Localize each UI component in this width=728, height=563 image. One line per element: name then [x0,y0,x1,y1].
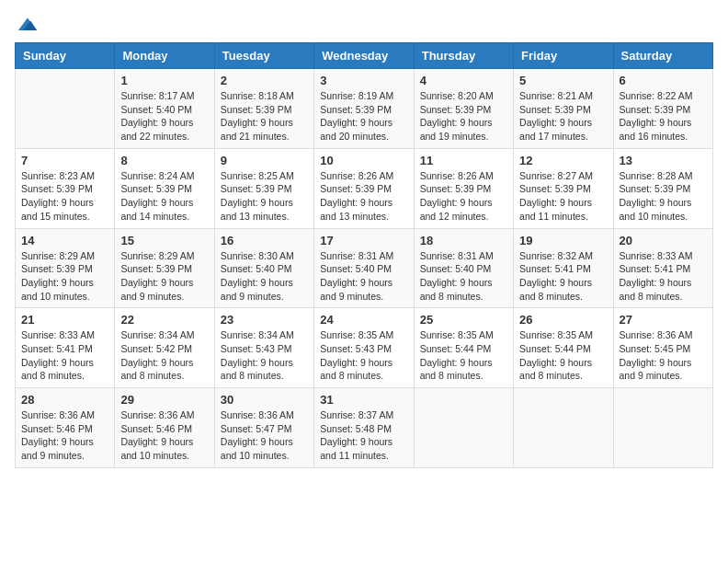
calendar-cell: 30Sunrise: 8:36 AMSunset: 5:47 PMDayligh… [214,388,313,468]
day-info: Sunrise: 8:34 AMSunset: 5:42 PMDaylight:… [120,328,208,383]
day-number: 29 [120,393,208,407]
day-number: 10 [320,154,407,167]
calendar-cell [613,388,712,468]
day-number: 23 [221,313,308,327]
day-number: 1 [120,74,208,87]
day-info: Sunrise: 8:35 AMSunset: 5:43 PMDaylight:… [320,328,407,383]
calendar-cell: 5Sunrise: 8:21 AMSunset: 5:39 PMDaylight… [514,69,613,149]
calendar-cell: 25Sunrise: 8:35 AMSunset: 5:44 PMDayligh… [414,308,513,388]
calendar-cell: 27Sunrise: 8:36 AMSunset: 5:45 PMDayligh… [613,308,712,388]
day-info: Sunrise: 8:29 AMSunset: 5:39 PMDaylight:… [120,249,208,304]
calendar-cell: 1Sunrise: 8:17 AMSunset: 5:40 PMDaylight… [115,69,214,149]
calendar-cell [16,69,115,149]
day-info: Sunrise: 8:31 AMSunset: 5:40 PMDaylight:… [320,249,407,304]
day-info: Sunrise: 8:26 AMSunset: 5:39 PMDaylight:… [320,169,407,224]
day-number: 26 [519,313,607,327]
day-number: 8 [120,154,208,167]
calendar-cell: 17Sunrise: 8:31 AMSunset: 5:40 PMDayligh… [314,228,414,308]
day-info: Sunrise: 8:36 AMSunset: 5:46 PMDaylight:… [21,408,108,463]
day-number: 2 [221,74,308,87]
calendar-cell: 3Sunrise: 8:19 AMSunset: 5:39 PMDaylight… [314,69,414,149]
day-number: 3 [320,74,407,87]
day-number: 4 [420,74,507,87]
weekday-header-friday: Friday [514,43,613,69]
calendar-cell: 21Sunrise: 8:33 AMSunset: 5:41 PMDayligh… [16,308,115,388]
calendar-cell: 28Sunrise: 8:36 AMSunset: 5:46 PMDayligh… [16,388,115,468]
day-info: Sunrise: 8:27 AMSunset: 5:39 PMDaylight:… [519,169,607,224]
day-number: 18 [420,234,507,247]
day-number: 12 [519,154,607,167]
day-info: Sunrise: 8:20 AMSunset: 5:39 PMDaylight:… [420,89,507,144]
calendar-cell: 15Sunrise: 8:29 AMSunset: 5:39 PMDayligh… [115,228,214,308]
day-info: Sunrise: 8:22 AMSunset: 5:39 PMDaylight:… [620,89,707,144]
calendar-body: 1Sunrise: 8:17 AMSunset: 5:40 PMDaylight… [16,69,713,468]
calendar: SundayMondayTuesdayWednesdayThursdayFrid… [15,42,713,468]
calendar-week-1: 1Sunrise: 8:17 AMSunset: 5:40 PMDaylight… [16,69,713,149]
day-info: Sunrise: 8:36 AMSunset: 5:46 PMDaylight:… [120,408,208,463]
day-info: Sunrise: 8:17 AMSunset: 5:40 PMDaylight:… [120,89,208,144]
day-number: 20 [620,234,707,247]
calendar-cell: 31Sunrise: 8:37 AMSunset: 5:48 PMDayligh… [314,388,414,468]
logo-icon [15,15,40,35]
day-info: Sunrise: 8:33 AMSunset: 5:41 PMDaylight:… [21,328,108,383]
day-number: 9 [221,154,308,167]
calendar-week-2: 7Sunrise: 8:23 AMSunset: 5:39 PMDaylight… [16,148,713,228]
calendar-cell: 7Sunrise: 8:23 AMSunset: 5:39 PMDaylight… [16,148,115,228]
calendar-cell: 19Sunrise: 8:32 AMSunset: 5:41 PMDayligh… [514,228,613,308]
calendar-header: SundayMondayTuesdayWednesdayThursdayFrid… [16,43,713,69]
day-info: Sunrise: 8:34 AMSunset: 5:43 PMDaylight:… [221,328,308,383]
day-info: Sunrise: 8:26 AMSunset: 5:39 PMDaylight:… [420,169,507,224]
calendar-cell: 8Sunrise: 8:24 AMSunset: 5:39 PMDaylight… [115,148,214,228]
day-number: 27 [620,313,707,327]
day-number: 21 [21,313,108,327]
day-number: 16 [221,234,308,247]
day-info: Sunrise: 8:30 AMSunset: 5:40 PMDaylight:… [221,249,308,304]
calendar-cell: 6Sunrise: 8:22 AMSunset: 5:39 PMDaylight… [613,69,712,149]
day-info: Sunrise: 8:24 AMSunset: 5:39 PMDaylight:… [120,169,208,224]
weekday-header-tuesday: Tuesday [214,43,313,69]
calendar-cell: 11Sunrise: 8:26 AMSunset: 5:39 PMDayligh… [414,148,513,228]
day-number: 30 [221,393,308,407]
day-info: Sunrise: 8:36 AMSunset: 5:47 PMDaylight:… [221,408,308,463]
page-header [15,15,713,35]
calendar-cell [414,388,513,468]
day-number: 6 [620,74,707,87]
calendar-cell: 16Sunrise: 8:30 AMSunset: 5:40 PMDayligh… [214,228,313,308]
day-info: Sunrise: 8:36 AMSunset: 5:45 PMDaylight:… [620,328,707,383]
calendar-cell: 22Sunrise: 8:34 AMSunset: 5:42 PMDayligh… [115,308,214,388]
day-number: 5 [519,74,607,87]
calendar-cell: 12Sunrise: 8:27 AMSunset: 5:39 PMDayligh… [514,148,613,228]
day-info: Sunrise: 8:19 AMSunset: 5:39 PMDaylight:… [320,89,407,144]
day-info: Sunrise: 8:23 AMSunset: 5:39 PMDaylight:… [21,169,108,224]
day-info: Sunrise: 8:21 AMSunset: 5:39 PMDaylight:… [519,89,607,144]
calendar-cell: 14Sunrise: 8:29 AMSunset: 5:39 PMDayligh… [16,228,115,308]
day-info: Sunrise: 8:25 AMSunset: 5:39 PMDaylight:… [221,169,308,224]
day-number: 24 [320,313,407,327]
calendar-cell: 18Sunrise: 8:31 AMSunset: 5:40 PMDayligh… [414,228,513,308]
calendar-week-5: 28Sunrise: 8:36 AMSunset: 5:46 PMDayligh… [16,388,713,468]
calendar-cell: 13Sunrise: 8:28 AMSunset: 5:39 PMDayligh… [613,148,712,228]
calendar-cell [514,388,613,468]
calendar-week-4: 21Sunrise: 8:33 AMSunset: 5:41 PMDayligh… [16,308,713,388]
day-number: 28 [21,393,108,407]
weekday-header-thursday: Thursday [414,43,513,69]
weekday-header-wednesday: Wednesday [314,43,414,69]
day-info: Sunrise: 8:32 AMSunset: 5:41 PMDaylight:… [519,249,607,304]
calendar-cell: 26Sunrise: 8:35 AMSunset: 5:44 PMDayligh… [514,308,613,388]
day-number: 13 [620,154,707,167]
day-info: Sunrise: 8:29 AMSunset: 5:39 PMDaylight:… [21,249,108,304]
day-number: 7 [21,154,108,167]
day-info: Sunrise: 8:33 AMSunset: 5:41 PMDaylight:… [620,249,707,304]
calendar-cell: 4Sunrise: 8:20 AMSunset: 5:39 PMDaylight… [414,69,513,149]
day-number: 31 [320,393,407,407]
logo [15,15,44,35]
day-number: 22 [120,313,208,327]
day-number: 15 [120,234,208,247]
weekday-header-row: SundayMondayTuesdayWednesdayThursdayFrid… [16,43,713,69]
calendar-cell: 2Sunrise: 8:18 AMSunset: 5:39 PMDaylight… [214,69,313,149]
day-number: 14 [21,234,108,247]
weekday-header-sunday: Sunday [16,43,115,69]
day-number: 19 [519,234,607,247]
day-number: 25 [420,313,507,327]
calendar-week-3: 14Sunrise: 8:29 AMSunset: 5:39 PMDayligh… [16,228,713,308]
